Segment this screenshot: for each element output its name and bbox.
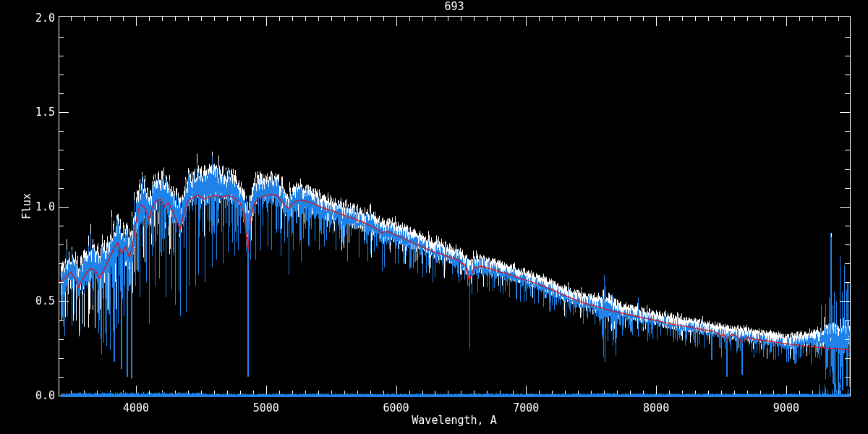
x-tick-label: 7000 <box>513 402 539 414</box>
y-tick-label: 0.5 <box>22 295 55 307</box>
y-tick-label: 0.0 <box>22 390 55 401</box>
x-tick-label: 5000 <box>253 402 279 414</box>
x-tick-label: 8000 <box>643 402 669 414</box>
x-tick-label: 6000 <box>383 402 409 414</box>
x-tick-label: 9000 <box>773 402 799 414</box>
spectrum-chart: 693 Wavelength, A Flux 4000 5000 6000 70… <box>0 0 868 434</box>
chart-title: 693 <box>444 1 464 12</box>
x-tick-label: 4000 <box>123 402 149 414</box>
y-tick-label: 1.0 <box>22 201 55 213</box>
y-tick-label: 2.0 <box>22 12 55 24</box>
spectrum-plot-canvas <box>0 0 868 434</box>
y-tick-label: 1.5 <box>22 106 55 118</box>
x-axis-label: Wavelength, A <box>412 414 496 426</box>
